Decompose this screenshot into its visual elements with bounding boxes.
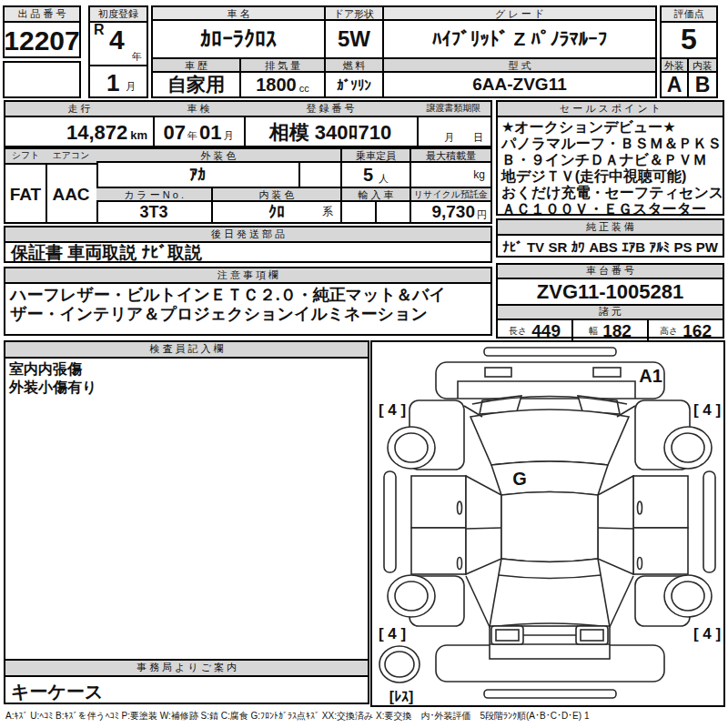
later-parts-box: 後 日 発 送 部 品 保証書 車両取説 ﾅﾋﾞ取説	[4, 226, 492, 263]
wheel-front-left-inner	[395, 433, 428, 462]
recycle-unit: 円	[477, 208, 487, 222]
notes-body: ハーフレザー・ビルトインＥＴＣ２.０・純正マット＆バイ ザー・インテリア＆プロジ…	[5, 284, 490, 326]
inspection-value-wrap: 07 年 01 月	[153, 117, 244, 147]
door-handle	[458, 558, 462, 570]
sales-point-line: ★オークションデビュー★	[501, 119, 719, 136]
car-name-value: ｶﾛｰﾗｸﾛｽ	[153, 21, 326, 59]
interior-color-value: ｸﾛ	[268, 203, 285, 222]
spec-height-cell: 高さ 162	[649, 320, 723, 342]
lot-empty-box	[3, 61, 81, 98]
mileage-label: 走 行	[5, 102, 153, 117]
ac-value: AAC	[46, 165, 96, 224]
sales-point-line: パノラマルーフ・ＢＳＭ＆ＰＫＳ	[501, 136, 719, 152]
color-no-value: 3T3	[96, 202, 213, 222]
office-label: 事 務 局 よ り ご 案 内	[5, 661, 368, 677]
score-box: 評価点 5 外装 内装 A B	[660, 5, 718, 98]
color-no-label: カ ラ ー N o .	[96, 188, 213, 202]
notes-box: 注 意 事 項 欄 ハーフレザー・ビルトインＥＴＣ２.０・純正マット＆バイ ザー…	[4, 267, 492, 336]
headlight-right-shape	[593, 368, 621, 377]
rocker-right-shape	[703, 471, 715, 572]
equip-item: ｱﾙﾐ	[649, 239, 670, 255]
wheel-mark-front-right: [ 4 ]	[693, 401, 721, 419]
interior-score-value: B	[689, 73, 716, 96]
roof-front-shape	[491, 461, 608, 495]
door-sill-right-shape	[598, 476, 633, 574]
later-parts-label: 後 日 発 送 部 品	[5, 228, 490, 243]
registration-number-cell: 登 録 番 号 相模 340ﾛ710	[244, 102, 419, 146]
oem-equipment-box: 純 正 装 備 ﾅﾋﾞ TV SR ｶﾜ ABS ｴｱB ｱﾙﾐ PS PW	[496, 218, 724, 258]
spec-length-cell: 長さ 449	[498, 320, 573, 342]
spec-height-label: 高さ	[660, 325, 678, 338]
import-empty-cell-2	[377, 202, 411, 222]
registration-number-label: 登 録 番 号	[244, 102, 417, 117]
rear-lower-bar-shape	[484, 690, 616, 698]
inspector-label: 検 査 員 記 入 欄	[5, 342, 368, 359]
front-bumper-shape	[436, 362, 664, 399]
spec-length-value: 449	[531, 321, 561, 341]
max-load-label: 最大積載量	[411, 149, 490, 163]
mileage-unit: km	[130, 128, 147, 142]
car-name-label: 車 名	[153, 7, 326, 21]
sales-points-box: セ ー ル ス ポ イ ン ト ★オークションデビュー★ パノラマルーフ・ＢＳＭ…	[496, 100, 724, 216]
mileage-value: 14,872	[66, 121, 127, 145]
shift-value: FAT	[5, 165, 46, 224]
equip-item: ABS	[589, 239, 618, 255]
interior-color-value-wrap: ｸﾛ 系	[213, 202, 342, 222]
era-code: R	[94, 22, 105, 38]
door-handle	[638, 501, 642, 514]
import-label: 輸 入 車	[342, 188, 411, 202]
chassis-value: ZVG11-1005281	[498, 279, 723, 306]
fuel-value: ｶﾞｿﾘﾝ	[326, 73, 384, 96]
inspection-cell: 車 検 07 年 01 月	[153, 102, 246, 146]
roof-shape	[501, 492, 598, 562]
model-code-value: 6AA-ZVG11	[384, 73, 655, 96]
displacement-label: 排 気 量	[241, 59, 326, 73]
wheel-rear-left-inner	[395, 581, 428, 611]
car-diagram-box: A1 G [ 4 ] [ 4 ] [ 4 ] [ 4 ] [ﾚｽ]	[370, 340, 725, 707]
equip-item: ｴｱB	[622, 239, 645, 255]
capacity-value: 5	[363, 165, 373, 186]
specs-row: 長さ 449 幅 182 高さ 162	[498, 320, 723, 342]
spec-length-label: 長さ	[509, 325, 527, 338]
lot-number-value: 12207	[5, 23, 79, 58]
chassis-label: 車 台 番 号	[498, 265, 723, 279]
sales-point-line: 地デジＴＶ(走行中視聴可能)	[501, 168, 719, 185]
wheel-front-right-inner	[672, 433, 704, 462]
notes-label: 注 意 事 項 欄	[5, 268, 490, 284]
exterior-color-empty-cell	[300, 163, 342, 188]
ac-label: エアコン	[46, 149, 96, 165]
model-code-label: 型 式	[384, 59, 655, 73]
wheel-mark-rear-right: [ 4 ]	[693, 625, 721, 642]
transfer-day-label: 日	[473, 131, 483, 145]
year-unit: 年	[132, 50, 142, 64]
fuel-label: 燃 料	[326, 59, 384, 73]
car-damage-diagram: A1 G [ 4 ] [ 4 ] [ 4 ] [ 4 ] [ﾚｽ]	[372, 342, 723, 705]
registration-row: 走 行 14,872 km 車 検 07 年 01 月 登 録 番 号 相模 3…	[4, 100, 492, 147]
displacement-number: 1800	[256, 75, 297, 96]
inspection-month: 01	[199, 121, 221, 145]
inspection-year: 07	[164, 121, 186, 145]
interior-score-label: 内装	[689, 59, 716, 73]
first-registration-month: 1	[106, 69, 119, 97]
recycle-label: リサイクル預託金	[411, 188, 490, 202]
front-upper-bar-shape	[484, 348, 616, 356]
inspector-line: 室内内張傷	[9, 360, 364, 379]
taillight-right-inner	[581, 630, 603, 641]
wheel-mark-front-left: [ 4 ]	[379, 401, 406, 419]
equip-item: PW	[696, 239, 718, 255]
lot-number-label: 出 品 番 号	[5, 7, 79, 23]
max-load-unit: kg	[473, 168, 485, 181]
legend-line: A:ｷｽﾞ U:ﾍｺﾐ B:ｷｽﾞを伴うﾍｺﾐ P:要塗装 W:補修跡 S:錆 …	[5, 710, 724, 723]
spec-width-label: 幅	[589, 325, 598, 338]
equip-item: TV	[527, 239, 544, 255]
door-sill-left-shape	[466, 476, 501, 574]
shift-label: シフト	[5, 149, 46, 165]
equip-item: ﾅﾋﾞ	[502, 239, 523, 255]
transfer-month-label: 月	[444, 131, 454, 145]
lot-number-box: 出 品 番 号 12207	[3, 5, 81, 58]
equip-item: ｶﾜ	[571, 239, 585, 255]
interior-color-label: 内 装 色	[213, 188, 342, 202]
history-label: 車 歴	[153, 59, 241, 73]
spec-width-cell: 幅 182	[573, 320, 649, 342]
spec-width-value: 182	[602, 321, 632, 341]
